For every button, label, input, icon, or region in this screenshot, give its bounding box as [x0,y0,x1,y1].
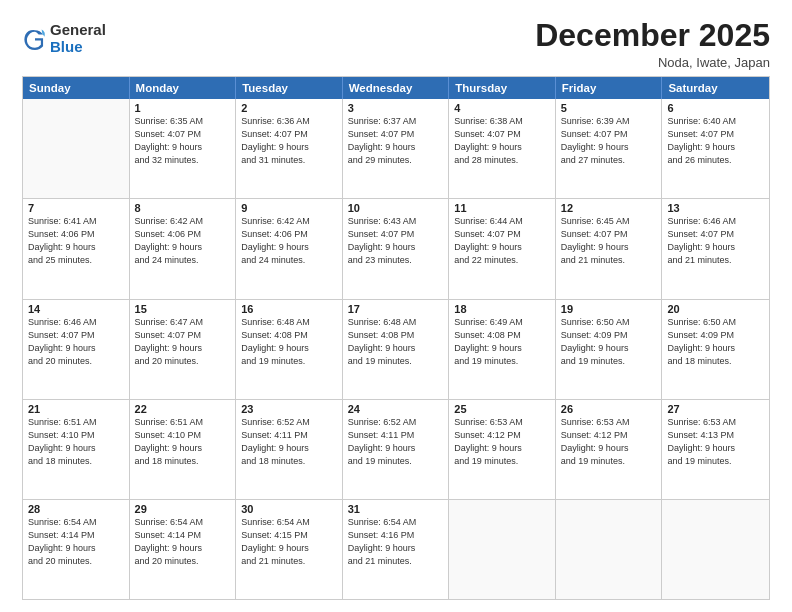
cell-info: Sunrise: 6:38 AM Sunset: 4:07 PM Dayligh… [454,115,550,167]
cell-info: Sunrise: 6:51 AM Sunset: 4:10 PM Dayligh… [135,416,231,468]
calendar-cell: 30Sunrise: 6:54 AM Sunset: 4:15 PM Dayli… [236,500,343,599]
calendar-cell [556,500,663,599]
calendar-cell: 10Sunrise: 6:43 AM Sunset: 4:07 PM Dayli… [343,199,450,298]
cell-info: Sunrise: 6:43 AM Sunset: 4:07 PM Dayligh… [348,215,444,267]
weekday-header: Sunday [23,77,130,99]
calendar-cell [662,500,769,599]
logo: General Blue [22,22,106,55]
title-block: December 2025 Noda, Iwate, Japan [535,18,770,70]
calendar-cell: 27Sunrise: 6:53 AM Sunset: 4:13 PM Dayli… [662,400,769,499]
logo-blue: Blue [50,39,106,56]
weekday-header: Monday [130,77,237,99]
header: General Blue December 2025 Noda, Iwate, … [22,18,770,70]
cell-info: Sunrise: 6:54 AM Sunset: 4:14 PM Dayligh… [135,516,231,568]
cell-day-number: 27 [667,403,764,415]
cell-day-number: 19 [561,303,657,315]
calendar-cell: 26Sunrise: 6:53 AM Sunset: 4:12 PM Dayli… [556,400,663,499]
calendar-cell: 2Sunrise: 6:36 AM Sunset: 4:07 PM Daylig… [236,99,343,198]
cell-info: Sunrise: 6:36 AM Sunset: 4:07 PM Dayligh… [241,115,337,167]
calendar-cell: 28Sunrise: 6:54 AM Sunset: 4:14 PM Dayli… [23,500,130,599]
calendar-cell: 31Sunrise: 6:54 AM Sunset: 4:16 PM Dayli… [343,500,450,599]
cell-day-number: 4 [454,102,550,114]
cell-day-number: 10 [348,202,444,214]
calendar-cell: 4Sunrise: 6:38 AM Sunset: 4:07 PM Daylig… [449,99,556,198]
cell-info: Sunrise: 6:54 AM Sunset: 4:16 PM Dayligh… [348,516,444,568]
cell-info: Sunrise: 6:51 AM Sunset: 4:10 PM Dayligh… [28,416,124,468]
cell-info: Sunrise: 6:37 AM Sunset: 4:07 PM Dayligh… [348,115,444,167]
cell-info: Sunrise: 6:42 AM Sunset: 4:06 PM Dayligh… [135,215,231,267]
calendar-cell: 21Sunrise: 6:51 AM Sunset: 4:10 PM Dayli… [23,400,130,499]
cell-info: Sunrise: 6:42 AM Sunset: 4:06 PM Dayligh… [241,215,337,267]
page: General Blue December 2025 Noda, Iwate, … [0,0,792,612]
cell-day-number: 15 [135,303,231,315]
cell-info: Sunrise: 6:45 AM Sunset: 4:07 PM Dayligh… [561,215,657,267]
calendar-cell: 24Sunrise: 6:52 AM Sunset: 4:11 PM Dayli… [343,400,450,499]
logo-text: General Blue [50,22,106,55]
calendar-cell: 6Sunrise: 6:40 AM Sunset: 4:07 PM Daylig… [662,99,769,198]
calendar-cell [449,500,556,599]
cell-info: Sunrise: 6:53 AM Sunset: 4:12 PM Dayligh… [454,416,550,468]
cell-day-number: 21 [28,403,124,415]
cell-day-number: 18 [454,303,550,315]
cell-day-number: 22 [135,403,231,415]
cell-info: Sunrise: 6:50 AM Sunset: 4:09 PM Dayligh… [561,316,657,368]
calendar-body: 1Sunrise: 6:35 AM Sunset: 4:07 PM Daylig… [23,99,769,599]
calendar-cell: 16Sunrise: 6:48 AM Sunset: 4:08 PM Dayli… [236,300,343,399]
cell-info: Sunrise: 6:40 AM Sunset: 4:07 PM Dayligh… [667,115,764,167]
cell-info: Sunrise: 6:47 AM Sunset: 4:07 PM Dayligh… [135,316,231,368]
cell-day-number: 13 [667,202,764,214]
cell-day-number: 2 [241,102,337,114]
cell-info: Sunrise: 6:50 AM Sunset: 4:09 PM Dayligh… [667,316,764,368]
cell-day-number: 12 [561,202,657,214]
cell-day-number: 28 [28,503,124,515]
cell-info: Sunrise: 6:48 AM Sunset: 4:08 PM Dayligh… [241,316,337,368]
cell-info: Sunrise: 6:48 AM Sunset: 4:08 PM Dayligh… [348,316,444,368]
calendar-week-row: 21Sunrise: 6:51 AM Sunset: 4:10 PM Dayli… [23,399,769,499]
cell-info: Sunrise: 6:46 AM Sunset: 4:07 PM Dayligh… [667,215,764,267]
calendar-cell: 20Sunrise: 6:50 AM Sunset: 4:09 PM Dayli… [662,300,769,399]
weekday-header: Friday [556,77,663,99]
calendar-cell: 1Sunrise: 6:35 AM Sunset: 4:07 PM Daylig… [130,99,237,198]
cell-day-number: 29 [135,503,231,515]
calendar-cell: 11Sunrise: 6:44 AM Sunset: 4:07 PM Dayli… [449,199,556,298]
cell-day-number: 5 [561,102,657,114]
cell-day-number: 14 [28,303,124,315]
calendar-cell: 15Sunrise: 6:47 AM Sunset: 4:07 PM Dayli… [130,300,237,399]
calendar: SundayMondayTuesdayWednesdayThursdayFrid… [22,76,770,600]
cell-day-number: 6 [667,102,764,114]
cell-day-number: 20 [667,303,764,315]
cell-day-number: 31 [348,503,444,515]
calendar-cell: 25Sunrise: 6:53 AM Sunset: 4:12 PM Dayli… [449,400,556,499]
cell-info: Sunrise: 6:52 AM Sunset: 4:11 PM Dayligh… [348,416,444,468]
cell-info: Sunrise: 6:54 AM Sunset: 4:15 PM Dayligh… [241,516,337,568]
cell-day-number: 8 [135,202,231,214]
weekday-header: Thursday [449,77,556,99]
weekday-header: Tuesday [236,77,343,99]
cell-day-number: 26 [561,403,657,415]
cell-info: Sunrise: 6:41 AM Sunset: 4:06 PM Dayligh… [28,215,124,267]
calendar-cell: 18Sunrise: 6:49 AM Sunset: 4:08 PM Dayli… [449,300,556,399]
logo-general: General [50,22,106,39]
cell-info: Sunrise: 6:53 AM Sunset: 4:13 PM Dayligh… [667,416,764,468]
calendar-cell: 5Sunrise: 6:39 AM Sunset: 4:07 PM Daylig… [556,99,663,198]
calendar-header: SundayMondayTuesdayWednesdayThursdayFrid… [23,77,769,99]
cell-info: Sunrise: 6:35 AM Sunset: 4:07 PM Dayligh… [135,115,231,167]
cell-info: Sunrise: 6:44 AM Sunset: 4:07 PM Dayligh… [454,215,550,267]
cell-day-number: 11 [454,202,550,214]
cell-day-number: 23 [241,403,337,415]
cell-day-number: 7 [28,202,124,214]
cell-info: Sunrise: 6:46 AM Sunset: 4:07 PM Dayligh… [28,316,124,368]
calendar-cell: 29Sunrise: 6:54 AM Sunset: 4:14 PM Dayli… [130,500,237,599]
calendar-week-row: 1Sunrise: 6:35 AM Sunset: 4:07 PM Daylig… [23,99,769,198]
cell-info: Sunrise: 6:39 AM Sunset: 4:07 PM Dayligh… [561,115,657,167]
calendar-cell: 9Sunrise: 6:42 AM Sunset: 4:06 PM Daylig… [236,199,343,298]
calendar-cell: 23Sunrise: 6:52 AM Sunset: 4:11 PM Dayli… [236,400,343,499]
cell-day-number: 25 [454,403,550,415]
calendar-cell: 7Sunrise: 6:41 AM Sunset: 4:06 PM Daylig… [23,199,130,298]
cell-info: Sunrise: 6:49 AM Sunset: 4:08 PM Dayligh… [454,316,550,368]
cell-day-number: 16 [241,303,337,315]
calendar-cell [23,99,130,198]
calendar-week-row: 14Sunrise: 6:46 AM Sunset: 4:07 PM Dayli… [23,299,769,399]
calendar-cell: 8Sunrise: 6:42 AM Sunset: 4:06 PM Daylig… [130,199,237,298]
cell-day-number: 30 [241,503,337,515]
